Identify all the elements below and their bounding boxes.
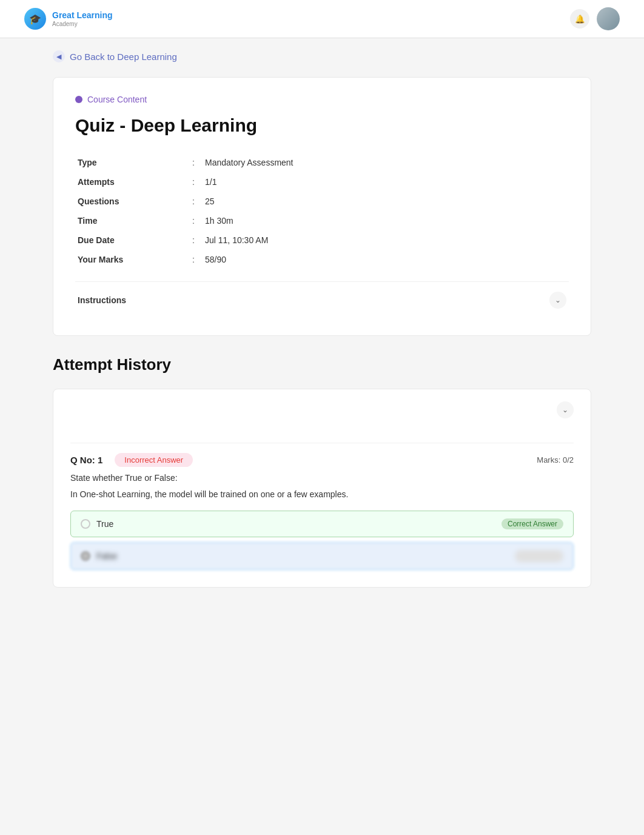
attempt-header: ⌄ [70, 401, 574, 418]
answer-option-true[interactable]: True Correct Answer [70, 511, 574, 537]
time-label: Time [75, 211, 184, 230]
radio-unselected-icon [81, 519, 90, 529]
type-label: Type [75, 153, 184, 172]
avatar[interactable] [597, 7, 620, 30]
questions-row: Questions : 25 [75, 192, 569, 211]
questions-value: 25 [203, 192, 569, 211]
option-false-text: False [96, 551, 515, 561]
question-sub-text: State whether True or False: [70, 472, 574, 485]
question-meta: Q No: 1 Incorrect Answer Marks: 0/2 [70, 453, 574, 467]
attempt-history-section: Attempt History ⌄ Q No: 1 Incorrect Answ… [53, 355, 591, 588]
attempt-card: ⌄ Q No: 1 Incorrect Answer Marks: 0/2 St… [53, 389, 591, 588]
type-value: Mandatory Assessment [203, 153, 569, 172]
due-date-label: Due Date [75, 230, 184, 250]
answer-option-false[interactable]: False [70, 542, 574, 570]
chevron-down-icon: ⌄ [555, 296, 561, 304]
logo-area: 🎓 Great Learning Academy [24, 8, 113, 30]
questions-label: Questions [75, 192, 184, 211]
time-row: Time : 1h 30m [75, 211, 569, 230]
logo-subtext: Academy [52, 21, 113, 27]
question-body-text: In One-shot Learning, the model will be … [70, 488, 574, 501]
quiz-title: Quiz - Deep Learning [75, 115, 569, 136]
back-link[interactable]: ◀ Go Back to Deep Learning [53, 50, 591, 62]
logo-text: Great Learning [52, 10, 113, 21]
header-right: 🔔 [570, 7, 620, 30]
logo-icon: 🎓 [24, 8, 46, 30]
tag-dot-icon [75, 96, 82, 103]
correct-answer-tag: Correct Answer [501, 518, 563, 529]
instructions-row: Instructions ⌄ [75, 281, 569, 318]
app-header: 🎓 Great Learning Academy 🔔 [0, 0, 644, 38]
back-arrow-icon: ◀ [56, 53, 61, 61]
marks-row: Your Marks : 58/90 [75, 250, 569, 269]
question-1-row: Q No: 1 Incorrect Answer Marks: 0/2 Stat… [70, 443, 574, 570]
quiz-info-card: Course Content Quiz - Deep Learning Type… [53, 77, 591, 336]
attempt-history-title: Attempt History [53, 355, 591, 374]
radio-selected-icon [81, 551, 90, 561]
instructions-expand-button[interactable]: ⌄ [549, 292, 566, 309]
notification-button[interactable]: 🔔 [570, 9, 589, 29]
quiz-info-table: Type : Mandatory Assessment Attempts : 1… [75, 153, 569, 269]
notification-icon: 🔔 [575, 15, 585, 24]
marks-value: 58/90 [203, 250, 569, 269]
option-true-text: True [96, 519, 501, 529]
back-link-label: Go Back to Deep Learning [70, 52, 177, 62]
marks-label: Your Marks [75, 250, 184, 269]
course-content-tag: Course Content [75, 95, 569, 104]
instructions-label: Instructions [78, 295, 126, 305]
course-content-label: Course Content [87, 95, 147, 104]
main-content: ◀ Go Back to Deep Learning Course Conten… [43, 38, 601, 600]
question-marks: Marks: 0/2 [537, 455, 574, 464]
chevron-down-icon: ⌄ [562, 406, 568, 414]
back-link-icon: ◀ [53, 50, 65, 62]
question-number: Q No: 1 [70, 455, 102, 465]
incorrect-answer-badge: Incorrect Answer [115, 453, 193, 467]
attempts-value: 1/1 [203, 172, 569, 192]
attempts-row: Attempts : 1/1 [75, 172, 569, 192]
due-date-row: Due Date : Jul 11, 10:30 AM [75, 230, 569, 250]
attempts-label: Attempts [75, 172, 184, 192]
attempt-expand-button[interactable]: ⌄ [557, 401, 574, 418]
type-row: Type : Mandatory Assessment [75, 153, 569, 172]
due-date-value: Jul 11, 10:30 AM [203, 230, 569, 250]
your-answer-tag [515, 550, 563, 562]
time-value: 1h 30m [203, 211, 569, 230]
